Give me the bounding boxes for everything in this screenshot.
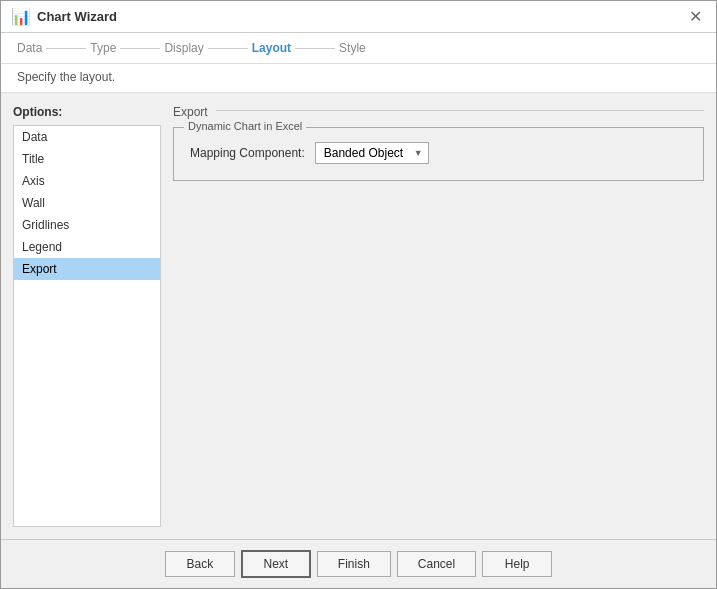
help-button[interactable]: Help <box>482 551 552 577</box>
options-panel: Options: Data Title Axis Wall Gridlines … <box>13 105 161 527</box>
step-divider-3 <box>208 48 248 49</box>
wizard-steps: Data Type Display Layout Style <box>1 33 716 64</box>
mapping-component-select[interactable]: Banded Object Grid Table Chart <box>315 142 429 164</box>
options-label: Options: <box>13 105 161 119</box>
step-data[interactable]: Data <box>17 41 42 55</box>
next-button[interactable]: Next <box>241 550 311 578</box>
finish-button[interactable]: Finish <box>317 551 391 577</box>
footer: Back Next Finish Cancel Help <box>1 539 716 588</box>
mapping-row: Mapping Component: Banded Object Grid Ta… <box>190 142 687 164</box>
option-data[interactable]: Data <box>14 126 160 148</box>
option-title[interactable]: Title <box>14 148 160 170</box>
step-divider-1 <box>46 48 86 49</box>
window-title: Chart Wizard <box>37 9 117 24</box>
export-section: Dynamic Chart in Excel Mapping Component… <box>173 127 704 181</box>
options-list: Data Title Axis Wall Gridlines Legend Ex… <box>13 125 161 527</box>
option-export[interactable]: Export <box>14 258 160 280</box>
step-style[interactable]: Style <box>339 41 366 55</box>
step-divider-2 <box>120 48 160 49</box>
title-bar: 📊 Chart Wizard ✕ <box>1 1 716 33</box>
main-panel: Export Dynamic Chart in Excel Mapping Co… <box>173 105 704 527</box>
content-area: Options: Data Title Axis Wall Gridlines … <box>1 93 716 539</box>
select-wrapper: Banded Object Grid Table Chart <box>315 142 429 164</box>
export-header-row: Export <box>173 105 704 119</box>
dynamic-chart-box: Dynamic Chart in Excel Mapping Component… <box>173 127 704 181</box>
dynamic-chart-legend: Dynamic Chart in Excel <box>184 120 306 132</box>
step-divider-4 <box>295 48 335 49</box>
mapping-label: Mapping Component: <box>190 146 305 160</box>
title-bar-left: 📊 Chart Wizard <box>11 7 117 26</box>
step-type[interactable]: Type <box>90 41 116 55</box>
option-wall[interactable]: Wall <box>14 192 160 214</box>
cancel-button[interactable]: Cancel <box>397 551 476 577</box>
option-axis[interactable]: Axis <box>14 170 160 192</box>
subtitle: Specify the layout. <box>1 64 716 93</box>
chart-wizard-icon: 📊 <box>11 7 31 26</box>
option-gridlines[interactable]: Gridlines <box>14 214 160 236</box>
close-button[interactable]: ✕ <box>685 7 706 27</box>
chart-wizard-window: 📊 Chart Wizard ✕ Data Type Display Layou… <box>0 0 717 589</box>
step-display[interactable]: Display <box>164 41 203 55</box>
option-legend[interactable]: Legend <box>14 236 160 258</box>
back-button[interactable]: Back <box>165 551 235 577</box>
section-divider <box>216 110 704 111</box>
step-layout[interactable]: Layout <box>252 41 291 55</box>
export-section-label: Export <box>173 105 208 119</box>
